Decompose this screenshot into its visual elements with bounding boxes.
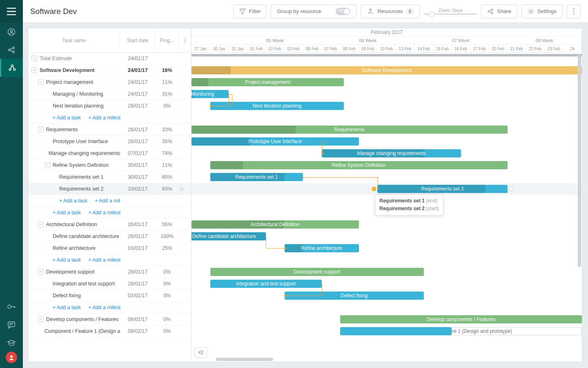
user-avatar[interactable]: [6, 352, 17, 363]
group-by-button[interactable]: Group by resource Off: [271, 4, 356, 18]
gantt-bar[interactable]: Integration and test support: [210, 280, 322, 288]
progress-value: 11%: [155, 79, 179, 85]
add-milestone-link[interactable]: + Add a milestone: [88, 257, 120, 263]
add-milestone-link[interactable]: + Add a milestone: [88, 305, 120, 310]
gantt-bar[interactable]: Requirements: [192, 126, 508, 134]
progress-value: 25%: [155, 245, 179, 251]
day-label: 15 Feb: [433, 45, 452, 53]
progress-value: 74%: [155, 150, 179, 156]
week-label: 07 Week: [414, 36, 508, 45]
collapse-toggle[interactable]: −: [38, 269, 44, 275]
task-row[interactable]: −Develop components / Features08/02/170%: [28, 314, 191, 325]
add-milestone-link[interactable]: + Add a milestone: [95, 198, 120, 204]
task-row[interactable]: Manage changing requirements07/02/1774%: [28, 148, 191, 159]
add-milestone-link[interactable]: + Add a milestone: [88, 210, 120, 215]
start-date: 30/01/17: [120, 174, 156, 180]
share-button[interactable]: Share: [481, 4, 517, 18]
day-label: 13 Feb: [396, 45, 415, 53]
nav-share[interactable]: [0, 41, 23, 59]
task-row[interactable]: −Requirements26/01/1733%: [28, 124, 191, 136]
gantt-chart[interactable]: Software DevelopmentProject managementMo…: [192, 53, 582, 362]
gantt-bar[interactable]: Develop components / Features: [340, 315, 582, 323]
task-row[interactable]: −Project management24/01/1711%: [28, 76, 191, 88]
task-row[interactable]: −Software Development24/01/1716%: [28, 65, 191, 76]
gantt-bar[interactable]: Requirements set 2: [377, 185, 508, 193]
group-switch[interactable]: Off: [336, 8, 350, 15]
resources-button[interactable]: Resources 6: [361, 4, 420, 18]
gantt-board: Task name Start date Prog... February 20…: [28, 28, 582, 362]
gantt-bar[interactable]: Requirements set 1: [210, 173, 303, 181]
start-date: 28/01/17: [120, 103, 155, 109]
task-row[interactable]: Integration and test support28/01/170%: [28, 278, 191, 290]
gantt-bar[interactable]: Architectural Definition: [192, 220, 359, 229]
collapse-toggle[interactable]: −: [38, 222, 44, 227]
nav-learn[interactable]: [0, 334, 23, 352]
menu-button[interactable]: [0, 0, 23, 23]
task-row[interactable]: Define candidate architecture26/01/17100…: [28, 231, 191, 242]
scroll-back-button[interactable]: [195, 347, 207, 358]
add-task-link[interactable]: + Add a task: [53, 115, 81, 121]
col-menu[interactable]: [179, 28, 191, 52]
nav-key[interactable]: [0, 298, 23, 316]
task-row[interactable]: Managing / Monitoring24/01/1731%: [28, 88, 191, 100]
task-row[interactable]: −Total Estimate24/01/17: [28, 53, 191, 65]
task-row[interactable]: −Development support28/01/170%: [28, 266, 191, 278]
gantt-bar[interactable]: Manage changing requirements: [322, 149, 461, 157]
collapse-toggle[interactable]: −: [31, 56, 37, 61]
gantt-bar[interactable]: Development support: [210, 268, 424, 276]
gantt-bar[interactable]: Project management: [192, 78, 344, 86]
more-button[interactable]: [567, 4, 581, 18]
task-row[interactable]: Next iteration planning28/01/170%: [28, 100, 191, 112]
task-row[interactable]: Component / Feature 1 (Design and protot…: [28, 325, 191, 337]
bar-end-handle[interactable]: [509, 186, 514, 191]
task-name: Manage changing requirements: [49, 150, 120, 156]
progress-value: 0%: [155, 281, 179, 287]
start-date: 10/02/17: [120, 186, 156, 192]
nav-chat[interactable]: [0, 316, 23, 334]
gear-icon[interactable]: [179, 186, 185, 192]
nav-profile[interactable]: [0, 23, 23, 41]
col-task-name[interactable]: Task name: [28, 28, 120, 52]
horizontal-scrollbar[interactable]: [216, 358, 578, 361]
gantt-bar[interactable]: Next iteration planning: [210, 102, 344, 110]
task-row[interactable]: Requirements set 130/01/1780%: [28, 171, 191, 183]
task-row[interactable]: −Refine System Definition30/01/1711%: [28, 159, 191, 171]
collapse-toggle[interactable]: −: [45, 162, 50, 168]
task-row[interactable]: −Architectural Definition26/01/1755%: [28, 219, 191, 231]
task-name: Software Development: [40, 67, 95, 73]
vertical-scrollbar[interactable]: [578, 54, 581, 358]
total-estimate-bar[interactable]: [192, 54, 582, 56]
task-row[interactable]: Requirements set 210/02/1783%: [28, 183, 191, 195]
task-row[interactable]: Refine architecture03/02/1725%: [28, 242, 191, 254]
col-start-date[interactable]: Start date: [120, 28, 155, 52]
col-progress[interactable]: Prog...: [155, 28, 179, 52]
task-name: Develop components / Features: [46, 316, 118, 322]
nav-team[interactable]: [0, 59, 23, 77]
collapse-toggle[interactable]: −: [38, 79, 44, 85]
resources-icon: [367, 8, 374, 15]
collapse-toggle[interactable]: −: [31, 67, 37, 73]
gantt-bar[interactable]: Refine System Definition: [210, 161, 508, 169]
zoom-slider[interactable]: Zoom: Days: [424, 8, 477, 15]
task-row[interactable]: Defect fixing03/02/170%: [28, 290, 191, 302]
start-date: 28/01/17: [120, 269, 155, 275]
gantt-bar[interactable]: Refine architecture: [285, 244, 359, 252]
task-row[interactable]: Prototype User Interface26/01/1735%: [28, 136, 191, 148]
gantt-bar[interactable]: Define candidate architecture: [192, 232, 266, 240]
gantt-bar[interactable]: Software Development: [192, 66, 582, 74]
settings-button[interactable]: Settings: [521, 4, 563, 18]
add-task-link[interactable]: + Add a task: [59, 198, 87, 204]
collapse-toggle[interactable]: −: [38, 316, 44, 322]
gantt-bar[interactable]: [340, 327, 452, 335]
gantt-bar[interactable]: Monitoring: [192, 90, 229, 98]
filter-button[interactable]: Filter: [233, 4, 267, 18]
chat-icon: [7, 321, 16, 329]
add-milestone-link[interactable]: + Add a milestone: [88, 115, 120, 121]
kebab-icon: [184, 38, 186, 43]
gantt-bar[interactable]: Prototype User Interface: [192, 137, 359, 146]
add-task-link[interactable]: + Add a task: [53, 305, 81, 310]
day-label: 22 Feb: [526, 45, 545, 53]
add-task-link[interactable]: + Add a task: [53, 257, 81, 263]
collapse-toggle[interactable]: −: [38, 127, 44, 132]
add-task-link[interactable]: + Add a task: [53, 210, 81, 215]
